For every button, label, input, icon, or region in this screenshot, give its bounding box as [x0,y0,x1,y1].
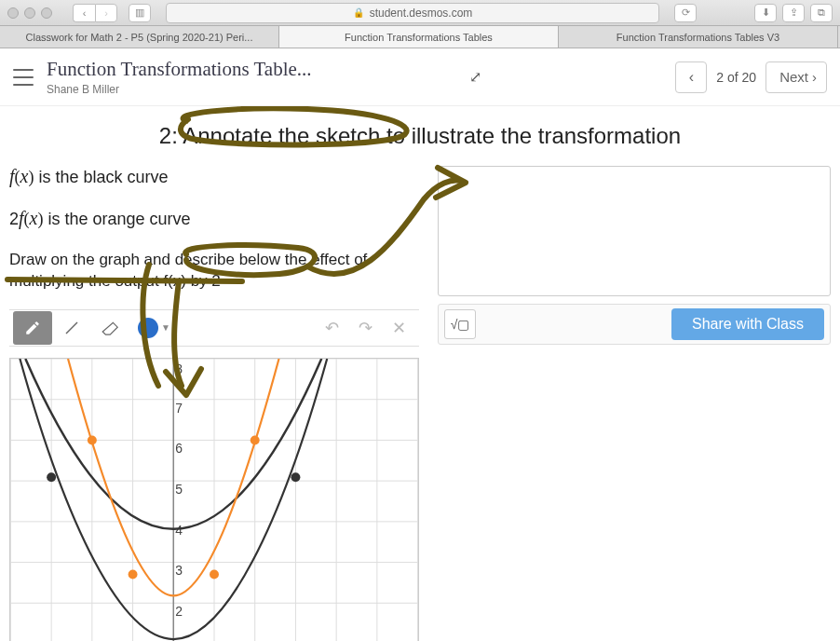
svg-point-29 [291,472,300,482]
draw-toolbar: ▼ ↶ ↷ ✕ [9,309,419,347]
url-bar[interactable]: 🔒 student.desmos.com [166,3,659,23]
svg-line-0 [66,322,77,334]
text-line-2: 2f(x) is the orange curve [9,208,419,229]
browser-tab[interactable]: Classwork for Math 2 - P5 (Spring 2020-2… [0,26,279,48]
pager: ‹ 2 of 20 Next› [675,61,827,93]
fullscreen-icon[interactable]: ⤢ [461,63,489,91]
lock-icon: 🔒 [353,7,364,18]
url-text: student.desmos.com [370,7,473,20]
svg-text:3: 3 [175,563,183,578]
forward-button[interactable]: › [95,4,117,22]
pager-text: 2 of 20 [716,70,756,85]
svg-point-30 [88,435,97,444]
svg-text:7: 7 [175,401,183,416]
sidebar-toggle-icon[interactable]: ▥ [129,4,151,22]
svg-point-32 [129,569,138,579]
color-swatch-icon [138,318,158,338]
svg-point-31 [251,435,260,444]
color-picker[interactable]: ▼ [138,318,170,338]
window-min-icon[interactable] [24,7,35,19]
next-button[interactable]: Next› [765,61,827,93]
browser-tabbar: Classwork for Math 2 - P5 (Spring 2020-2… [0,26,840,48]
line-tool[interactable] [52,311,91,345]
app-header: Function Transformations Table... Shane … [0,48,840,106]
share-system-button[interactable]: ⇪ [782,4,805,22]
back-button[interactable]: ‹ [73,4,95,22]
slide-title: 2: Annotate the sketch to illustrate the… [0,123,840,149]
answer-input[interactable] [438,166,831,296]
slide-content: 2: Annotate the sketch to illustrate the… [0,106,840,641]
share-with-class-button[interactable]: Share with Class [671,308,824,340]
browser-toolbar: ‹ › ▥ 🔒 student.desmos.com ⟳ ⬇ ⇪ ⧉ [0,0,840,26]
menu-icon[interactable] [13,69,34,86]
caret-down-icon: ▼ [161,322,170,333]
chevron-right-icon: › [812,69,817,85]
prompt-text: Draw on the graph and describe below the… [9,250,419,293]
text-line-1: f(x) is the black curve [9,166,419,187]
answer-toolbar: √▢ Share with Class [438,304,831,345]
activity-author: Shane B Miller [47,83,461,96]
math-keyboard-button[interactable]: √▢ [444,309,476,339]
window-max-icon[interactable] [41,7,52,19]
svg-point-33 [210,569,219,579]
activity-title: Function Transformations Table... [47,58,461,81]
reload-button[interactable]: ⟳ [674,4,697,22]
browser-tab[interactable]: Function Transformations Tables [279,26,559,48]
pencil-tool[interactable] [13,311,52,345]
clear-button[interactable]: ✕ [382,311,415,345]
browser-tab[interactable]: Function Transformations Tables V3 [559,26,838,48]
svg-text:2: 2 [175,604,183,619]
svg-text:6: 6 [175,441,183,456]
window-close-icon[interactable] [7,7,19,19]
svg-point-28 [47,472,56,482]
svg-text:5: 5 [175,482,183,497]
tabs-overview-button[interactable]: ⧉ [810,4,833,22]
undo-button[interactable]: ↶ [315,311,348,345]
redo-button[interactable]: ↷ [348,311,382,345]
prev-button[interactable]: ‹ [675,61,707,93]
eraser-tool[interactable] [91,311,130,345]
download-button[interactable]: ⬇ [754,4,777,22]
graph-canvas[interactable]: 8 7 6 5 4 3 2 [9,358,419,641]
svg-text:8: 8 [175,361,183,376]
